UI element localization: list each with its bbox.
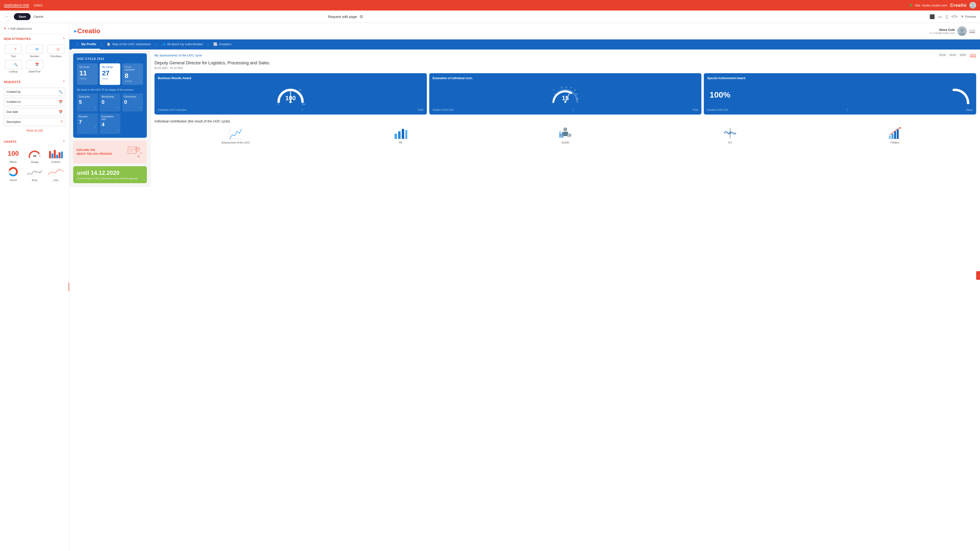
charts-grid-container: 100 Metric 88 Gauge: [0, 146, 69, 183]
charts-collapse-icon[interactable]: ⌃: [62, 140, 65, 144]
field-due-date[interactable]: Due date 📅: [4, 108, 65, 116]
explore-text: EXPLORE THEABOUT THE UOC PROCESS: [76, 148, 112, 156]
main-layout: › + + Add datasource NEW ATTRIBUTES ⌃ ─ …: [0, 23, 980, 551]
contribution-uoc[interactable]: Assessment of the UOC: [154, 126, 317, 144]
task-goal-plan[interactable]: Goal plan 5 ›: [77, 94, 98, 111]
attribute-checkbox-drag[interactable]: ─ ─ ☑: [48, 45, 64, 54]
donut-svg: [8, 166, 19, 177]
chart-line[interactable]: Line: [46, 166, 65, 182]
metric-my-ratings[interactable]: My ratings 27 Points: [100, 64, 121, 85]
chart-gauge[interactable]: 88 Gauge: [25, 148, 44, 163]
svg-text:14: 14: [570, 87, 572, 89]
chart-donut[interactable]: Donut: [4, 166, 23, 182]
gauge-preview: 88: [26, 148, 43, 159]
year-2019[interactable]: 2019: [950, 53, 956, 57]
metric-appraiser[interactable]: I'm an appraiser 8 FOP/BI ›: [122, 64, 143, 85]
svg-point-1: [970, 6, 975, 9]
nav-users[interactable]: Users: [34, 3, 43, 7]
creatio-header: ▶ Creatio Steve Cole S. Cole@creatio.com: [69, 23, 980, 40]
svg-point-19: [138, 156, 140, 158]
svg-text:18: 18: [575, 93, 578, 95]
panel-toggle-button[interactable]: ›: [68, 283, 69, 291]
top-navigation: Applications Hub Users Site: studio.crea…: [0, 0, 980, 11]
explore-card[interactable]: EXPLORE THEABOUT THE UOC PROCESS: [73, 141, 147, 163]
contribution-suod[interactable]: SUOD: [484, 126, 646, 144]
metric-my-goals[interactable]: My Goals 11 FOP/BI ›: [77, 64, 98, 85]
cancel-button[interactable]: Cancel: [33, 15, 43, 18]
attribute-datetime-label: Date/Time: [29, 70, 40, 73]
position-period: 01.01.2021 - 31.12.2021: [154, 67, 976, 69]
task-monitoring[interactable]: Monitoring 0 ›: [100, 94, 121, 111]
attribute-number-drag[interactable]: ─ ─ 10: [26, 45, 43, 54]
collapse-icon[interactable]: ⌃: [62, 37, 65, 41]
site-label: Site: studio.creatio.com: [915, 3, 947, 7]
nav-applications-hub[interactable]: Applications Hub: [4, 3, 29, 7]
award-individual-eval: Evaluation of individual cont..: [429, 73, 702, 115]
contribution-title: Individual contribution (the result of t…: [154, 119, 976, 123]
settings-icon[interactable]: ⚙: [360, 14, 363, 19]
tablet-icon[interactable]: ▭: [938, 14, 942, 19]
tab-my-profile[interactable]: 👤 My Profile: [72, 40, 100, 49]
due-date-icon: 📅: [59, 110, 63, 114]
svg-point-8: [31, 174, 32, 175]
year-2018[interactable]: 2018: [939, 53, 945, 57]
attribute-datetime-drag[interactable]: ─ ─ 📅: [26, 60, 43, 69]
year-2020[interactable]: 2020: [960, 53, 966, 57]
field-created-by[interactable]: Created by 🔍: [4, 88, 65, 96]
task-results[interactable]: Results 7 ›: [77, 113, 98, 134]
save-button[interactable]: Save: [14, 13, 30, 20]
special-arc-chart: 0: [951, 84, 970, 105]
svg-point-50: [563, 127, 567, 131]
back-button[interactable]: ←: [4, 13, 11, 20]
chart-metric[interactable]: 100 Metric: [4, 148, 23, 163]
task-evaluation[interactable]: Evaluation incl. 4 ›: [100, 113, 121, 134]
field-description[interactable]: Description T: [4, 118, 65, 126]
chart-column[interactable]: Column: [46, 148, 65, 163]
analytics-icon: 📈: [213, 42, 217, 46]
award-title-1: Evaluation of individual cont..: [433, 76, 698, 80]
business-results-gauge: 0 35 75 100 100: [275, 84, 306, 105]
right-panel-toggle[interactable]: ‹: [976, 271, 980, 280]
award-title-2: Special Achievement Award: [707, 76, 973, 80]
award-footer-0: Evaluation of PC execution | Point: [158, 108, 423, 111]
appraiser-arrow: ›: [140, 80, 141, 83]
requests-collapse-icon[interactable]: ⌃: [62, 80, 65, 84]
add-datasource-button[interactable]: + + Add datasource: [0, 23, 69, 34]
attribute-text-drag[interactable]: ─ ─ T: [5, 45, 22, 54]
deadline-date: until 14.12.2020: [77, 170, 143, 176]
field-created-on[interactable]: Created on 📅: [4, 98, 65, 106]
eye-icon: 👁: [961, 15, 964, 18]
user-info: Steve Cole S. Cole@creatio.com 📖: [930, 26, 975, 36]
attribute-lookup-label: Lookup: [9, 70, 18, 73]
attribute-checkbox-label: Checkbox: [50, 55, 62, 57]
task-correction[interactable]: Correction 0 ›: [122, 94, 143, 111]
line-preview: [48, 166, 64, 178]
contribution-pb[interactable]: PB: [319, 126, 482, 144]
award-chart-2: 100% 0: [707, 83, 973, 107]
lookup-type-icon: 🔍: [14, 63, 18, 67]
tab-uoc-subdivision[interactable]: 📋 Map of the UOC subdivision: [103, 40, 155, 49]
svg-rect-61: [889, 135, 891, 139]
contribution-petition[interactable]: Petition: [814, 126, 976, 144]
svg-rect-56: [559, 131, 561, 138]
uoc-cycle-title: UOC CYCLE 2021: [77, 57, 143, 61]
deadline-card: until 14.12.2020 To form maps of UOC sub…: [73, 166, 147, 183]
tab-analytics[interactable]: 📈 Analytics: [210, 40, 235, 49]
book-icon[interactable]: 📖: [969, 28, 975, 34]
text-type-icon: T: [14, 47, 17, 51]
attribute-lookup-drag[interactable]: ─ ─ 🔍: [5, 60, 22, 69]
contribution-ku[interactable]: KU: [649, 126, 811, 144]
svg-rect-55: [570, 134, 571, 137]
year-2021[interactable]: 2021: [970, 53, 976, 57]
preview-button[interactable]: 👁 Preview: [961, 15, 976, 18]
show-all-link[interactable]: Show all (18): [4, 128, 65, 135]
special-achievement-value: 100%: [710, 90, 730, 99]
donut-preview: [5, 166, 22, 178]
tab-subordinates[interactable]: 👥 All about my subordinates: [158, 40, 207, 49]
mobile-icon[interactable]: ▯: [945, 14, 948, 19]
chart-area[interactable]: Area: [25, 166, 44, 182]
search-icon: 🔍: [59, 90, 63, 94]
desktop-icon[interactable]: ⬛: [929, 14, 935, 19]
code-icon[interactable]: </>: [951, 14, 958, 19]
user-avatar-top[interactable]: [969, 2, 976, 9]
